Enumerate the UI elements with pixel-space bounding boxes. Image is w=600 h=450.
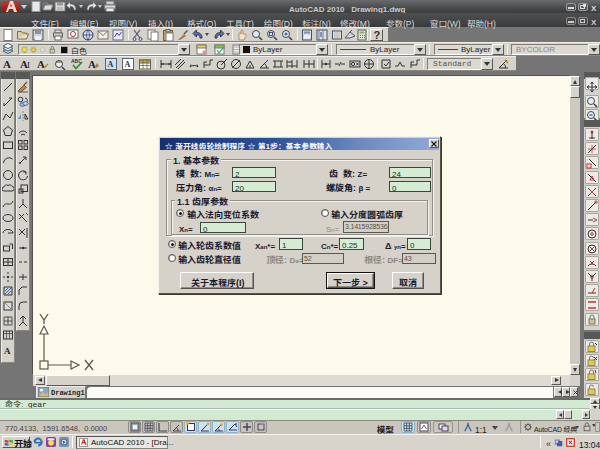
svg-text:A: A: [4, 346, 11, 356]
svg-text:A: A: [37, 58, 45, 70]
svg-text:A: A: [125, 60, 131, 69]
svg-text:?: ?: [373, 29, 380, 41]
svg-text:A: A: [108, 60, 114, 69]
svg-text:I: I: [27, 60, 30, 70]
svg-text:A: A: [3, 58, 11, 70]
svg-text:abc: abc: [56, 58, 62, 64]
